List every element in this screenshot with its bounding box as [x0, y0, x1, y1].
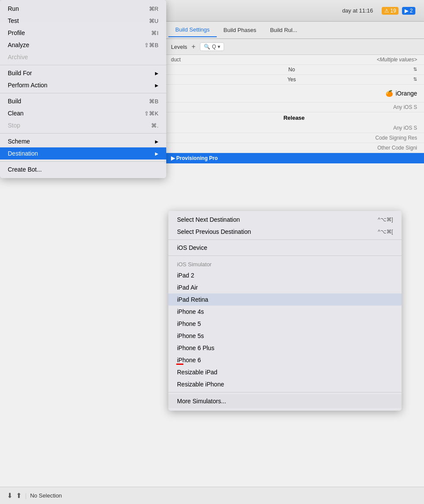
submenu-section-ios-simulator-label: iOS Simulator [177, 261, 212, 268]
submenu-item-resizable-iphone[interactable]: Resizable iPhone [168, 378, 402, 390]
iorange-icon: 🍊 [386, 90, 393, 97]
menu-item-build-for[interactable]: Build For ▶ [0, 67, 166, 79]
submenu-item-iphone4s[interactable]: iPhone 4s [168, 306, 402, 318]
submenu-item-iphone4s-label: iPhone 4s [177, 308, 204, 315]
menu-item-perform-action-label: Perform Action [8, 82, 47, 89]
menu-item-analyze-shortcut: ⇧⌘B [144, 42, 158, 48]
submenu-item-next-destination-label: Select Next Destination [177, 216, 240, 223]
divider-1 [0, 65, 166, 65]
sub-divider-3 [168, 392, 402, 392]
search-icon: 🔍 [204, 44, 210, 50]
provisioning-row[interactable]: ▶ Provisioning Pro [164, 153, 424, 163]
no-selection-label: No Selection [30, 492, 62, 499]
submenu-item-more-simulators-label: More Simulators... [177, 398, 226, 405]
upload-icon[interactable]: ⬆ [16, 491, 22, 500]
bottom-bar: ⬇ ⬆ | No Selection [0, 487, 424, 504]
submenu-item-ipad-air-label: iPad Air [177, 284, 198, 291]
menu-item-clean-shortcut: ⇧⌘K [144, 110, 158, 117]
download-icon[interactable]: ⬇ [7, 491, 13, 500]
sub-divider-2 [168, 255, 402, 256]
menu-item-profile-shortcut: ⌘I [151, 30, 158, 36]
menu-item-archive-label: Archive [8, 54, 28, 61]
submenu-item-more-simulators[interactable]: More Simulators... [168, 394, 402, 408]
menu-item-stop-shortcut: ⌘. [151, 122, 158, 129]
tab-build-settings[interactable]: Build Settings [168, 23, 217, 37]
menu-item-analyze[interactable]: Analyze ⇧⌘B [0, 39, 166, 51]
add-level-button[interactable]: + [192, 43, 196, 51]
levels-bar: Levels + 🔍 Q ▾ [164, 39, 424, 55]
menu-item-run-shortcut: ⌘R [149, 6, 158, 12]
menu-item-build-shortcut: ⌘B [149, 98, 158, 105]
submenu-item-ipad-air[interactable]: iPad Air [168, 281, 402, 293]
menu-item-run-label: Run [8, 5, 19, 12]
menu-item-analyze-label: Analyze [8, 41, 29, 48]
submenu-item-resizable-ipad[interactable]: Resizable iPad [168, 366, 402, 378]
tab-build-phases[interactable]: Build Phases [217, 23, 263, 37]
submenu-item-prev-destination[interactable]: Select Previous Destination ^⌥⌘[ [168, 226, 402, 238]
divider-4 [0, 161, 166, 162]
main-menu: Run ⌘R Test ⌘U Profile ⌘I Analyze ⇧⌘B Ar… [0, 0, 166, 178]
submenu-item-prev-destination-label: Select Previous Destination [177, 228, 251, 235]
code-signing-res-row: Code Signing Res [164, 133, 424, 143]
menu-item-build[interactable]: Build ⌘B [0, 95, 166, 107]
menu-item-create-bot-label: Create Bot... [8, 166, 42, 173]
separator: | [25, 492, 27, 499]
submenu-item-iphone5s[interactable]: iPhone 5s [168, 330, 402, 342]
menu-item-run[interactable]: Run ⌘R [0, 3, 166, 15]
iorange-row: 🍊 iOrange [164, 85, 424, 102]
menu-item-create-bot[interactable]: Create Bot... [0, 163, 166, 175]
submenu-arrow-destination: ▶ [155, 151, 158, 156]
menu-item-profile-label: Profile [8, 29, 25, 36]
submenu-item-iphone5-label: iPhone 5 [177, 320, 201, 327]
menu-item-destination[interactable]: Destination ▶ [0, 147, 166, 159]
settings-row-no: No ⇅ [164, 65, 424, 75]
submenu-item-prev-destination-shortcut: ^⌥⌘[ [378, 229, 393, 235]
warning-icon: ⚠ [384, 8, 389, 14]
submenu-arrow-scheme: ▶ [155, 139, 158, 144]
submenu-item-ipad-retina-label: iPad Retina [177, 296, 208, 303]
menu-item-scheme[interactable]: Scheme ▶ [0, 135, 166, 147]
other-code-sign-row: Other Code Signi [164, 143, 424, 153]
time-label: day at 11:16 [342, 7, 373, 14]
menu-item-destination-label: Destination [8, 150, 38, 157]
settings-row-duct: duct <Multiple values> [164, 55, 424, 65]
warning-badge: ⚠ 19 [382, 7, 399, 15]
menu-item-stop: Stop ⌘. [0, 119, 166, 131]
menu-item-scheme-label: Scheme [8, 138, 30, 145]
search-dropdown-icon: ▾ [218, 44, 220, 50]
tab-build-rules[interactable]: Build Rul... [263, 23, 304, 37]
submenu-arrow-build-for: ▶ [155, 71, 158, 76]
submenu-section-ios-simulator: iOS Simulator [168, 258, 402, 269]
submenu-item-ios-device[interactable]: iOS Device [168, 242, 402, 254]
menu-item-clean[interactable]: Clean ⇧⌘K [0, 107, 166, 119]
divider-3 [0, 133, 166, 134]
blue-badge: ▶ 2 [402, 7, 415, 15]
submenu-item-iphone6plus-label: iPhone 6 Plus [177, 345, 214, 351]
submenu-item-iphone6[interactable]: iPhone 6 [168, 354, 402, 366]
submenu-item-resizable-ipad-label: Resizable iPad [177, 369, 217, 376]
menu-item-test[interactable]: Test ⌘U [0, 15, 166, 27]
menu-item-test-shortcut: ⌘U [149, 18, 158, 24]
sub-divider-1 [168, 239, 402, 240]
search-box[interactable]: 🔍 Q ▾ [200, 42, 224, 51]
any-ios-row2: Any iOS S [164, 123, 424, 133]
submenu-arrow-perform-action: ▶ [155, 83, 158, 88]
arrow-icon: ▶ [405, 8, 408, 14]
menu-item-clean-label: Clean [8, 110, 24, 117]
submenu-item-ipad2[interactable]: iPad 2 [168, 269, 402, 281]
levels-button[interactable]: Levels [171, 44, 187, 50]
release-row: Release [164, 112, 424, 123]
submenu-item-iphone5[interactable]: iPhone 5 [168, 318, 402, 330]
menu-item-perform-action[interactable]: Perform Action ▶ [0, 79, 166, 91]
submenu-item-ios-device-label: iOS Device [177, 244, 207, 251]
submenu-item-next-destination[interactable]: Select Next Destination ^⌥⌘] [168, 214, 402, 226]
submenu-item-iphone6plus[interactable]: iPhone 6 Plus [168, 342, 402, 354]
submenu-item-ipad-retina[interactable]: iPad Retina [168, 293, 402, 306]
menu-item-profile[interactable]: Profile ⌘I [0, 27, 166, 39]
submenu-item-next-destination-shortcut: ^⌥⌘] [378, 217, 393, 223]
destination-submenu: Select Next Destination ^⌥⌘] Select Prev… [168, 211, 402, 411]
tab-bar: Build Settings Build Phases Build Rul... [164, 22, 424, 39]
submenu-item-resizable-iphone-label: Resizable iPhone [177, 381, 224, 388]
any-ios-row1: Any iOS S [164, 102, 424, 112]
menu-item-build-label: Build [8, 98, 21, 105]
